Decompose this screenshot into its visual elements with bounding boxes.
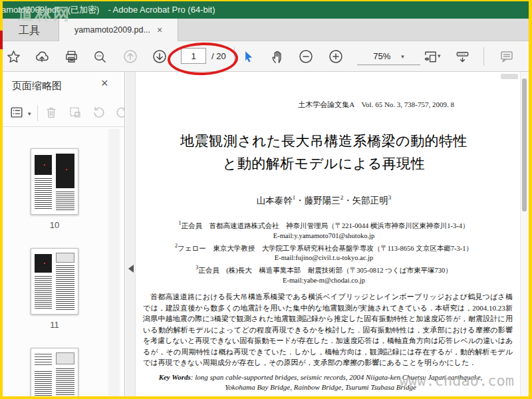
panel-divider: [3, 126, 125, 127]
panel-close-icon[interactable]: ×: [101, 77, 108, 89]
scroll-mode-icon: [455, 49, 470, 65]
frame-red-segment: [0, 31, 3, 49]
affiliation-line: 2フェロー 東京大学教授 大学院工学系研究科社会基盤学専攻（〒113-8656 …: [139, 241, 509, 253]
thumbnail-page-10[interactable]: 10: [31, 148, 78, 230]
document-pane: 土木学会論文集A Vol. 65 No. 3, 738-757, 2009. 8…: [126, 72, 529, 396]
previous-page-button[interactable]: [119, 45, 142, 68]
hand-icon: [270, 49, 285, 65]
thumbnail-page-11[interactable]: 11: [31, 248, 78, 330]
hand-tool-button[interactable]: [266, 45, 289, 68]
paper-affiliations: 1正会員 首都高速道路株式会社 神奈川管理局（〒221-0044 横浜市神奈川区…: [139, 218, 509, 285]
document-scrollbar-track[interactable]: [520, 72, 529, 396]
chevron-down-icon[interactable]: ▾: [28, 110, 31, 117]
tab-close-icon[interactable]: ×: [157, 25, 162, 35]
affiliation-line: E-mail:y.yamamoto701@shutoko.jp: [139, 231, 509, 241]
rotate-ccw-icon: [92, 105, 106, 120]
trash-icon: [44, 105, 59, 120]
thumbnail-options-button[interactable]: [7, 102, 27, 122]
frame-border-bottom: [0, 396, 532, 399]
tab-bar: 工具 yamamoto2009.pd... ×: [0, 19, 532, 41]
favorites-button[interactable]: [2, 45, 25, 68]
thumbnail-label: 11: [31, 320, 78, 330]
cursor-arrow-icon: [241, 50, 255, 64]
affiliation-line: E-mail:yabe-m@chodai.co.jp: [139, 275, 509, 285]
affiliation-line: E-mail:fujino@civil.t.u-tokyo.ac.jp: [139, 253, 509, 263]
document-tab[interactable]: yamamoto2009.pd... ×: [59, 19, 178, 41]
zoom-in-button[interactable]: [325, 45, 347, 68]
sidebar-scrollbar-track[interactable]: [108, 129, 120, 396]
plus-circle-icon: [328, 49, 344, 65]
print-button[interactable]: [60, 45, 82, 68]
frame-border-right: [529, 0, 532, 399]
comment-bubble-icon: [499, 49, 515, 65]
next-page-button[interactable]: [148, 45, 171, 68]
journal-reference: 土木学会論文集A Vol. 65 No. 3, 738-757, 2009. 8: [298, 100, 454, 110]
main-toolbar: / 20 75% ▾ ▾: [0, 41, 532, 72]
fit-width-icon: [423, 49, 438, 65]
window-titlebar: amoto2009.pdf (已加密) - Adobe Acrobat Pro …: [0, 0, 532, 19]
thumbnail-page-preview: [31, 148, 78, 215]
arrow-up-circle-icon: [122, 49, 138, 65]
affiliation-line: 1正会員 首都高速道路株式会社 神奈川管理局（〒221-0044 横浜市神奈川区…: [139, 218, 509, 231]
panel-gutter: [126, 72, 136, 396]
search-icon: [92, 49, 108, 65]
horizontal-scroll-stub[interactable]: [501, 74, 518, 79]
frame-border-top: [0, 0, 532, 1]
printer-icon: [64, 49, 79, 65]
window-title: amoto2009.pdf (已加密) - Adobe Acrobat Pro …: [1, 4, 215, 16]
paper-keywords: Key Words: long span cable-supported bri…: [156, 372, 485, 392]
minus-circle-icon: [298, 49, 314, 65]
delete-pages-button: [41, 102, 61, 122]
toolbar-separator: [483, 47, 484, 66]
paper-authors: 山本泰幹1・藤野陽三2・矢部正明3: [139, 194, 509, 207]
tools-menu[interactable]: 工具: [15, 23, 44, 39]
zoom-out-button[interactable]: [295, 45, 317, 68]
select-tool-button[interactable]: [237, 45, 259, 68]
page-scrolling-button[interactable]: [451, 45, 473, 68]
affiliation-line: 3正会員 (株)長大 構造事業本部 耐震技術部（〒305-0812 つくば市東平…: [139, 263, 509, 275]
keywords-label: Key Words: [159, 373, 191, 381]
crop-pages-button: [65, 102, 85, 122]
options-list-icon: [9, 105, 24, 120]
rotate-right-button: [112, 102, 125, 122]
document-tab-label: yamamoto2009.pd...: [74, 25, 150, 35]
document-scrollbar-thumb[interactable]: [522, 78, 527, 211]
frame-border-left: [0, 0, 3, 399]
chevron-down-icon: ▾: [401, 53, 404, 60]
acrobat-window: amoto2009.pdf (已加密) - Adobe Acrobat Pro …: [0, 0, 532, 399]
paper-title-line1: 地震観測された長大吊構造系橋梁の動的特性: [139, 132, 509, 150]
cloud-upload-icon: [34, 49, 50, 65]
zoom-level-value: 75%: [373, 51, 390, 61]
thumbnail-page-preview: [31, 348, 78, 396]
zoom-level-select[interactable]: 75% ▾: [357, 48, 420, 65]
rotate-cw-icon: [114, 105, 125, 120]
panel-title: 页面缩略图: [12, 80, 62, 92]
thumbnail-page-12[interactable]: [31, 348, 78, 396]
page-total-label: / 20: [211, 51, 226, 61]
star-icon: [6, 49, 21, 65]
toolbar-separator: [234, 47, 235, 66]
paper-abstract: 首都高速道路における長大吊構造系橋梁である横浜ベイブリッジとレインボーブリッジお…: [143, 291, 513, 368]
page-thumbnails-panel: 页面缩略图 × ▾: [3, 72, 125, 396]
chevron-down-icon[interactable]: ▾: [438, 53, 441, 59]
cloud-upload-button[interactable]: [31, 45, 53, 68]
arrow-down-circle-icon: [152, 49, 168, 65]
paper-title-line2: と動的解析モデルによる再現性: [139, 154, 509, 173]
panel-toolbar-separator: [37, 105, 38, 121]
collapse-panel-icon[interactable]: [128, 265, 134, 273]
thumbnail-page-preview: [31, 248, 78, 315]
crop-pages-icon: [68, 105, 82, 120]
thumbnail-label: 10: [31, 220, 78, 230]
search-button[interactable]: [88, 45, 111, 68]
comment-button[interactable]: [495, 45, 518, 68]
page-number-input[interactable]: [181, 48, 206, 64]
rotate-left-button: [89, 102, 109, 122]
